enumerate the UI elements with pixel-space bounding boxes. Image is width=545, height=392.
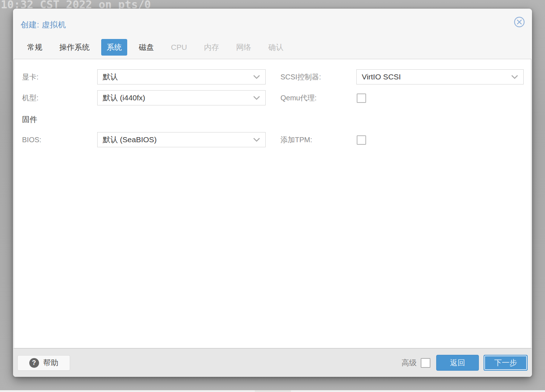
scsi-controller-value: VirtIO SCSI [362,73,508,81]
machine-type-label: 机型: [22,90,39,105]
graphics-card-select[interactable]: 默认 [97,69,266,84]
advanced-label: 高级 [402,358,417,368]
bios-label: BIOS: [22,132,41,147]
chevron-down-icon [253,138,260,142]
graphics-card-label: 显卡: [22,69,39,84]
help-button[interactable]: ? 帮助 [17,355,70,371]
chevron-down-icon [253,96,260,100]
tab-system[interactable]: 系统 [101,39,127,56]
question-mark-icon: ? [29,358,39,368]
tab-disks[interactable]: 磁盘 [133,39,159,56]
graphics-card-value: 默认 [103,72,250,82]
tab-memory: 内存 [198,39,224,56]
chevron-down-icon [253,75,260,79]
wizard-tabs: 常规 操作系统 系统 磁盘 CPU 内存 网络 确认 [22,39,289,56]
help-button-label: 帮助 [43,358,59,368]
machine-type-select[interactable]: 默认 (i440fx) [97,90,266,105]
dialog-footer: ? 帮助 高级 返回 下一步 [13,348,532,377]
bios-value: 默认 (SeaBIOS) [103,135,250,145]
bios-select[interactable]: 默认 (SeaBIOS) [97,132,266,147]
scsi-controller-label: SCSI控制器: [280,69,321,84]
qemu-agent-label: Qemu代理: [280,90,317,105]
back-button[interactable]: 返回 [436,355,479,371]
taskbar-strip-segment [255,390,291,392]
next-button[interactable]: 下一步 [484,355,528,371]
firmware-section-label: 固件 [22,114,37,125]
dialog-title: 创建: 虚拟机 [21,19,66,30]
system-tab-panel: 显卡: 默认 SCSI控制器: VirtIO SCSI 机型: 默认 (i440… [14,59,531,348]
tab-general[interactable]: 常规 [22,39,48,56]
advanced-checkbox[interactable] [421,358,430,368]
scsi-controller-select[interactable]: VirtIO SCSI [356,69,524,84]
tab-network: 网络 [231,39,257,56]
tab-os[interactable]: 操作系统 [54,39,95,56]
qemu-agent-checkbox[interactable] [357,93,366,103]
tab-confirm: 确认 [263,39,289,56]
add-tpm-checkbox[interactable] [357,135,366,145]
chevron-down-icon [511,75,518,79]
machine-type-value: 默认 (i440fx) [103,93,250,103]
close-icon[interactable] [514,16,525,28]
create-vm-dialog: 创建: 虚拟机 常规 操作系统 系统 磁盘 CPU 内存 网络 确认 显卡: 默… [13,9,532,377]
tab-cpu: CPU [166,40,192,55]
add-tpm-label: 添加TPM: [280,132,312,147]
